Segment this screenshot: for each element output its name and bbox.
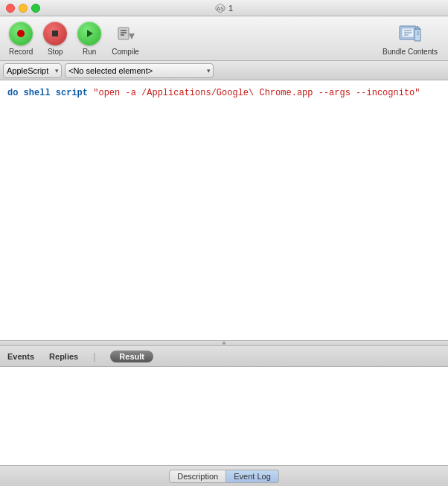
main-content: do shell script "open -a /Applications/G… — [0, 80, 448, 465]
editor-section: do shell script "open -a /Applications/G… — [0, 80, 448, 340]
stop-label: Stop — [48, 48, 63, 56]
event-log-tab[interactable]: Event Log — [226, 470, 279, 483]
code-line-1: do shell script "open -a /Applications/G… — [7, 86, 441, 100]
bottom-bar: Description Event Log — [0, 465, 448, 486]
svg-marker-15 — [415, 29, 420, 41]
tab-result[interactable]: Result — [110, 351, 153, 362]
element-dropdown[interactable]: <No selected element> — [65, 63, 214, 78]
bundle-contents-icon — [398, 22, 422, 45]
record-label: Record — [9, 48, 33, 56]
toolbar: Record Stop Run Compile — [0, 16, 448, 61]
code-editor[interactable]: do shell script "open -a /Applications/G… — [0, 80, 448, 340]
svg-marker-4 — [87, 30, 93, 37]
language-dropdown-wrapper[interactable]: AppleScript JavaScript — [3, 63, 62, 78]
svg-marker-9 — [129, 33, 135, 39]
run-circle[interactable] — [77, 22, 101, 45]
svg-text:AS: AS — [217, 6, 224, 11]
maximize-button[interactable] — [31, 4, 40, 13]
run-icon — [84, 28, 95, 39]
stop-button[interactable]: Stop — [39, 19, 71, 59]
compile-icon — [114, 22, 138, 45]
tab-replies[interactable]: Replies — [49, 352, 78, 361]
description-tab[interactable]: Description — [169, 470, 226, 483]
record-circle[interactable] — [9, 22, 33, 45]
tab-events[interactable]: Events — [7, 352, 34, 361]
compile-button[interactable]: Compile — [107, 19, 144, 59]
result-area — [0, 367, 448, 465]
close-button[interactable] — [6, 4, 15, 13]
splitter-indicator — [223, 342, 225, 345]
svg-point-2 — [17, 30, 25, 37]
applescript-title-icon: AS — [215, 3, 225, 13]
compile-label: Compile — [112, 48, 139, 56]
record-icon — [16, 28, 26, 39]
tabs-bar: Events Replies | Result — [0, 346, 448, 367]
element-dropdown-wrapper[interactable]: <No selected element> — [65, 63, 214, 78]
window-title: AS 1 — [215, 3, 233, 13]
bundle-contents-label: Bundle Contents — [383, 48, 438, 56]
selectors-row: AppleScript JavaScript <No selected elem… — [0, 61, 448, 80]
code-string: "open -a /Applications/Google\ Chrome.ap… — [93, 88, 420, 98]
bottom-panel: Events Replies | Result — [0, 346, 448, 465]
language-dropdown[interactable]: AppleScript JavaScript — [3, 63, 62, 78]
svg-rect-3 — [52, 31, 58, 36]
run-label: Run — [83, 48, 96, 56]
window-controls — [6, 4, 40, 13]
stop-circle[interactable] — [43, 22, 67, 45]
titlebar: AS 1 — [0, 0, 448, 16]
tab-separator: | — [93, 351, 95, 362]
splitter[interactable] — [0, 340, 448, 346]
record-button[interactable]: Record — [4, 19, 37, 59]
minimize-button[interactable] — [19, 4, 28, 13]
run-button[interactable]: Run — [73, 19, 106, 59]
stop-icon — [50, 28, 60, 39]
svg-rect-5 — [118, 28, 129, 39]
keyword-do-shell-script: do shell script — [7, 88, 88, 98]
bundle-contents-button[interactable]: Bundle Contents — [377, 19, 444, 59]
window-title-text: 1 — [228, 4, 233, 13]
